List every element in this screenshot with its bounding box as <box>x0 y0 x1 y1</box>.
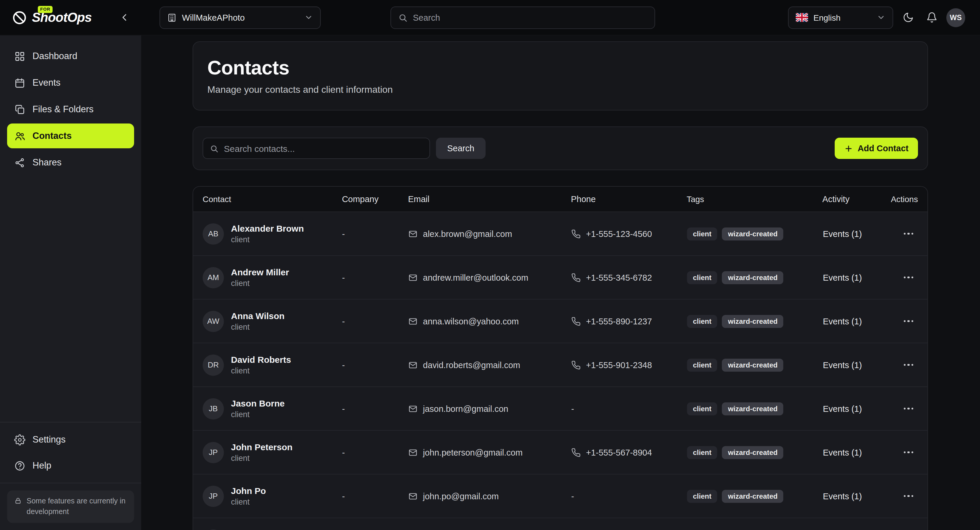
tag-chip-wizard-created: wizard-created <box>722 227 784 240</box>
global-search-input[interactable] <box>413 13 648 22</box>
contact-name: John Po <box>231 486 266 496</box>
global-search <box>390 6 655 29</box>
sidebar-item-dashboard[interactable]: Dashboard <box>7 44 134 68</box>
email-text: jason.born@gmail.con <box>423 404 508 413</box>
bell-icon <box>926 12 937 23</box>
company-selector[interactable]: WillMakeAPhoto <box>159 6 321 29</box>
contacts-search-input[interactable] <box>224 143 423 153</box>
actions-cell <box>891 443 918 462</box>
activity-cell: Events (1) <box>823 273 891 282</box>
tag-chip-wizard-created: wizard-created <box>722 358 784 371</box>
phone-text: +1-555-901-2348 <box>586 360 652 369</box>
add-contact-label: Add Contact <box>858 143 908 153</box>
contacts-search <box>203 138 430 159</box>
phone-icon <box>571 273 581 282</box>
table-header: Contact Company Email Phone Tags Activit… <box>193 187 928 212</box>
email-cell: andrew.miller@outlook.com <box>408 273 571 282</box>
sidebar-item-shares[interactable]: Shares <box>7 150 134 175</box>
row-actions-button[interactable] <box>899 399 918 418</box>
envelope-icon <box>408 404 418 413</box>
email-cell: alex.brown@gmail.com <box>408 229 571 239</box>
envelope-icon <box>408 491 418 501</box>
company-cell: - <box>342 360 408 369</box>
tags-cell: client wizard-created <box>687 315 823 328</box>
email-text: anna.wilson@yahoo.com <box>423 317 519 326</box>
sidebar-item-settings[interactable]: Settings <box>7 427 134 452</box>
contact-cell: JP John Po client <box>203 485 342 507</box>
sidebar-item-events[interactable]: Events <box>7 70 134 95</box>
email-text: david.roberts@gmail.com <box>423 360 520 369</box>
contact-avatar: JB <box>203 398 224 419</box>
contact-role: client <box>231 410 285 419</box>
tags-cell: client wizard-created <box>687 271 823 284</box>
user-avatar[interactable]: WS <box>946 8 965 27</box>
email-cell: david.roberts@gmail.com <box>408 360 571 369</box>
development-notice-text: Some features are currently in developme… <box>27 496 127 517</box>
phone-icon <box>571 229 581 239</box>
tags-cell: client wizard-created <box>687 402 823 415</box>
column-header-contact: Contact <box>203 194 342 204</box>
envelope-icon <box>408 229 418 239</box>
row-actions-button[interactable] <box>899 312 918 331</box>
sidebar-item-label: Events <box>32 77 60 88</box>
tag-chip-client: client <box>687 315 718 328</box>
lock-icon <box>14 497 22 505</box>
contact-cell: AM Andrew Miller client <box>203 267 342 288</box>
table-row: AM Andrew Miller client - andrew.miller@… <box>193 255 928 299</box>
row-actions-button[interactable] <box>899 443 918 462</box>
phone-cell: +1-555-901-2348 <box>571 360 687 369</box>
tag-chip-wizard-created: wizard-created <box>722 490 784 503</box>
calendar-icon <box>14 77 25 88</box>
envelope-icon <box>408 447 418 457</box>
contacts-toolbar: Search Add Contact <box>192 126 928 170</box>
email-text: john.po@gmail.com <box>423 491 499 501</box>
company-cell: - <box>342 273 408 282</box>
chevron-down-icon <box>304 13 313 22</box>
sidebar-item-files-folders[interactable]: Files & Folders <box>7 97 134 122</box>
company-cell: - <box>342 317 408 326</box>
company-cell: - <box>342 491 408 501</box>
sidebar-item-contacts[interactable]: Contacts <box>7 124 134 148</box>
row-actions-button[interactable] <box>899 268 918 287</box>
company-cell: - <box>342 404 408 413</box>
notifications-button[interactable] <box>923 9 940 26</box>
row-actions-button[interactable] <box>899 487 918 506</box>
phone-icon <box>571 447 581 457</box>
phone-icon <box>571 317 581 326</box>
language-selector[interactable]: English <box>788 6 893 29</box>
email-cell: john.po@gmail.com <box>408 491 571 501</box>
tag-chip-client: client <box>687 490 718 503</box>
table-row: JP John Po client - john.po@gmail.com - … <box>193 474 928 517</box>
contacts-icon <box>14 130 25 142</box>
app-logo[interactable]: ShootOps FOR <box>12 10 92 25</box>
contact-role: client <box>231 235 304 244</box>
topbar-right: English WS <box>788 6 980 29</box>
phone-cell: +1-555-890-1237 <box>571 317 687 326</box>
activity-cell: Events (1) <box>823 317 891 326</box>
contact-role: client <box>231 279 289 288</box>
sidebar-item-label: Shares <box>32 157 61 168</box>
column-header-company: Company <box>342 194 408 204</box>
tag-chip-wizard-created: wizard-created <box>722 271 784 284</box>
main-content: Contacts Manage your contacts and client… <box>141 35 980 530</box>
sidebar-collapse-button[interactable] <box>115 9 133 26</box>
sidebar-item-label: Files & Folders <box>32 104 94 115</box>
phone-icon <box>571 360 581 369</box>
add-contact-button[interactable]: Add Contact <box>835 138 918 159</box>
phone-text: +1-555-890-1237 <box>586 317 652 326</box>
contact-avatar: AW <box>203 310 224 332</box>
contact-avatar: AB <box>203 223 224 244</box>
email-cell: anna.wilson@yahoo.com <box>408 317 571 326</box>
page-header-card: Contacts Manage your contacts and client… <box>192 41 928 110</box>
contact-cell: AW Anna Wilson client <box>203 310 342 332</box>
theme-toggle-button[interactable] <box>899 9 917 26</box>
dashboard-icon <box>14 51 25 62</box>
row-actions-button[interactable] <box>899 355 918 374</box>
app-window: ShootOps FOR WillMakeAPhoto English <box>0 0 980 530</box>
building-icon <box>167 13 177 22</box>
tags-cell: client wizard-created <box>687 446 823 459</box>
contact-cell: DR David Roberts client <box>203 354 342 376</box>
row-actions-button[interactable] <box>899 224 918 243</box>
sidebar-item-help[interactable]: Help <box>7 453 134 478</box>
search-button[interactable]: Search <box>436 138 485 159</box>
